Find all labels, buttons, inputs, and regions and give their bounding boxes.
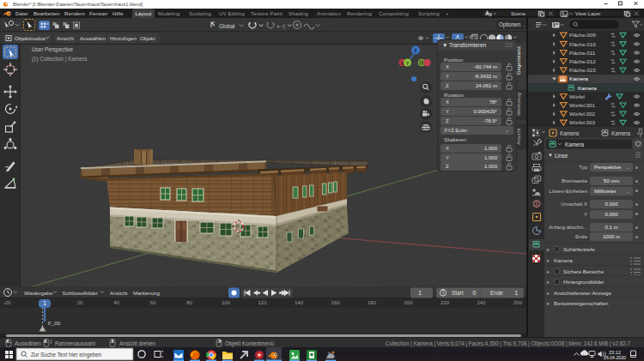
svg-text:Linse: Linse <box>555 153 568 159</box>
svg-text:Fläche.011: Fläche.011 <box>569 50 596 56</box>
svg-text:Global: Global <box>219 23 234 29</box>
svg-text:Ende: Ende <box>490 290 503 296</box>
svg-text:F_00: F_00 <box>48 320 61 326</box>
svg-text:0: 0 <box>472 290 476 296</box>
svg-text:Schlüsselbilder: Schlüsselbilder <box>63 290 99 296</box>
svg-text:Fläche.012: Fläche.012 <box>569 58 596 64</box>
svg-text:1: 1 <box>418 290 422 296</box>
svg-text:Würfel.002: Würfel.002 <box>569 111 595 117</box>
svg-text:Fläche.009: Fläche.009 <box>569 32 596 38</box>
svg-text:26.04.2020: 26.04.2020 <box>604 355 626 360</box>
svg-text:Hinzufügen: Hinzufügen <box>110 35 137 41</box>
svg-text:Ansicht drehen: Ansicht drehen <box>119 340 156 346</box>
svg-text:Würfel.003: Würfel.003 <box>569 119 595 125</box>
svg-text:Kamera: Kamera <box>611 130 631 136</box>
svg-text:Y: Y <box>406 61 410 66</box>
svg-text:Ansicht: Ansicht <box>57 35 74 41</box>
svg-text:Fläche.023: Fläche.023 <box>569 67 596 73</box>
svg-text:Zur Suche Text hier eingeben: Zur Suche Text hier eingeben <box>31 352 102 358</box>
svg-text:Collection | Kamera | Verts:6,: Collection | Kamera | Verts:6,074 | Face… <box>386 340 631 347</box>
svg-text:Auswählen: Auswählen <box>80 35 106 41</box>
svg-text:Start: Start <box>452 290 464 296</box>
svg-text:Wiedergabe: Wiedergabe <box>24 290 53 296</box>
svg-text:Würfel: Würfel <box>569 93 585 99</box>
svg-text:Auswählen: Auswählen <box>15 340 41 346</box>
svg-text:23:12: 23:12 <box>609 350 621 355</box>
svg-text:Z: Z <box>414 47 417 53</box>
svg-text:Objekt Kontextmenü: Objekt Kontextmenü <box>225 340 275 347</box>
svg-text:Ansicht: Ansicht <box>110 290 128 296</box>
svg-text:Objekt: Objekt <box>140 35 155 41</box>
svg-text:Kamera: Kamera <box>569 75 588 81</box>
svg-text:Kamera: Kamera <box>560 130 580 136</box>
svg-text:Würfel.001: Würfel.001 <box>569 102 595 108</box>
svg-text:Rahmenauswahl: Rahmenauswahl <box>55 340 95 346</box>
svg-text:Fläche.010: Fläche.010 <box>569 41 596 47</box>
svg-text:1: 1 <box>514 290 518 296</box>
svg-text:Kamera: Kamera <box>578 85 597 91</box>
svg-text:Objektmodus: Objektmodus <box>15 35 46 41</box>
svg-text:Kamera: Kamera <box>565 141 585 147</box>
svg-text:Markierung: Markierung <box>133 290 161 296</box>
